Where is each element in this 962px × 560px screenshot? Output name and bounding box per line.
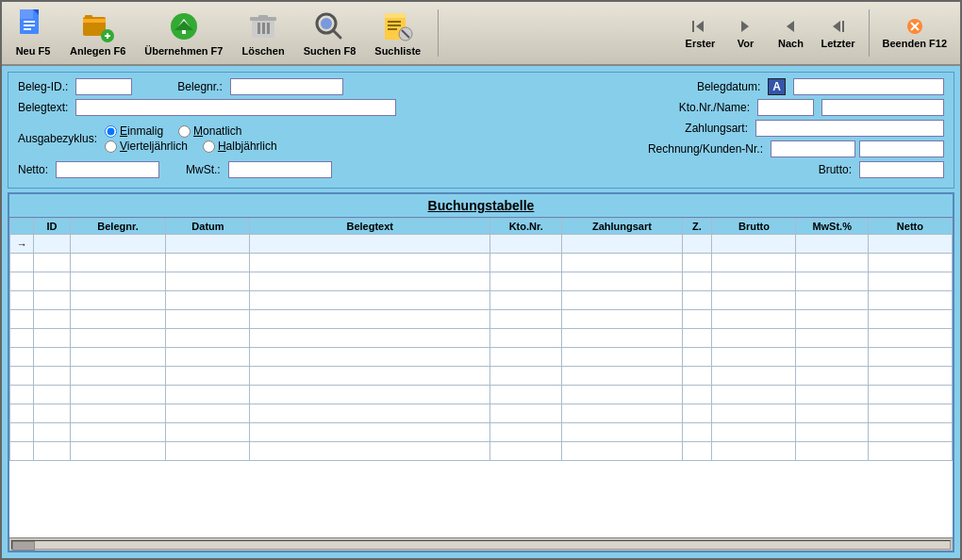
row-netto xyxy=(868,423,952,442)
belegnr-input[interactable] xyxy=(230,78,343,95)
horizontal-scrollbar[interactable] xyxy=(9,537,953,551)
table-row xyxy=(10,329,953,348)
kto-name-input[interactable] xyxy=(821,99,944,116)
new-icon xyxy=(16,9,50,43)
row-arrow: → xyxy=(10,235,34,254)
row-brutto xyxy=(712,442,796,461)
svg-rect-8 xyxy=(85,15,92,19)
svg-rect-1 xyxy=(20,9,33,19)
radio-vierteljaehrlich[interactable]: Vierteljährlich xyxy=(105,140,188,153)
beleg-id-label: Beleg-ID.: xyxy=(18,80,68,93)
next-icon xyxy=(781,17,800,36)
table-row xyxy=(10,272,953,291)
letzter-button[interactable]: Letzter xyxy=(815,15,860,51)
belegdatum-a-button[interactable]: A xyxy=(768,78,786,95)
row-belegtext xyxy=(250,348,490,367)
suchliste-icon xyxy=(381,9,415,43)
radio-einmalig[interactable]: Einmalig xyxy=(105,124,163,138)
radio-monatlich[interactable]: Monatlich xyxy=(178,124,241,138)
radio-vierteljaehrlich-input[interactable] xyxy=(105,140,117,153)
row-arrow xyxy=(10,272,34,291)
suchliste-button[interactable]: Suchliste xyxy=(369,8,426,58)
nach-button[interactable]: Nach xyxy=(770,15,811,51)
uebernehmen-button[interactable]: Übernehmen F7 xyxy=(139,8,228,58)
zahlungsart-row: Zahlungsart: xyxy=(648,120,944,137)
svg-line-23 xyxy=(333,30,340,38)
row-z xyxy=(682,291,712,310)
form-section: Beleg-ID.: Belegnr.: Belegdatum: A Beleg… xyxy=(8,72,954,189)
row-kto-nr xyxy=(490,254,562,272)
row-brutto xyxy=(712,235,796,254)
svg-rect-25 xyxy=(385,13,406,18)
row-brutto xyxy=(712,272,796,291)
brutto-input[interactable] xyxy=(859,161,944,178)
beleg-id-input[interactable] xyxy=(75,78,132,95)
vor-button[interactable]: Vor xyxy=(724,15,766,51)
form-row-3: Ausgabezyklus: Einmalig Monatlich xyxy=(18,120,944,157)
row-mwst xyxy=(796,329,868,348)
neu-button[interactable]: Neu F5 xyxy=(9,8,57,58)
radio-monatlich-input[interactable] xyxy=(178,125,191,138)
radio-halbjaehrlich-input[interactable] xyxy=(203,140,215,153)
suchen-button[interactable]: Suchen F8 xyxy=(298,8,362,58)
row-belegtext xyxy=(250,367,490,386)
row-z xyxy=(682,254,712,272)
row-zahlungsart xyxy=(562,272,682,291)
table-body: → xyxy=(10,235,953,461)
zahlungsart-input[interactable] xyxy=(755,120,944,137)
anlegen-button[interactable]: Anlegen F6 xyxy=(64,8,131,58)
radio-halbjaehrlich[interactable]: Halbjährlich xyxy=(203,140,277,153)
netto-input[interactable] xyxy=(56,161,159,178)
mwst-input[interactable] xyxy=(228,161,332,178)
row-belegtext xyxy=(250,404,490,423)
row-kto-nr xyxy=(490,423,562,442)
radio-monatlich-label: Monatlich xyxy=(193,124,241,138)
row-z xyxy=(682,235,712,254)
row-brutto xyxy=(712,329,796,348)
row-belegnr xyxy=(70,442,166,461)
scrollbar-thumb[interactable] xyxy=(12,541,35,551)
row-zahlungsart xyxy=(562,235,682,254)
col-kto-nr: Kto.Nr. xyxy=(490,219,562,235)
row-netto xyxy=(868,310,952,329)
rechnung-input-1[interactable] xyxy=(771,140,855,157)
beenden-button[interactable]: Beenden F12 xyxy=(877,15,953,51)
table-container[interactable]: ID Belegnr. Datum Belegtext Kto.Nr. Zahl… xyxy=(9,218,953,537)
row-netto xyxy=(868,404,952,423)
belegtext-input[interactable] xyxy=(75,99,396,116)
row-zahlungsart xyxy=(562,348,682,367)
col-zahlungsart: Zahlungsart xyxy=(562,219,682,235)
rechnung-input-2[interactable] xyxy=(859,140,944,157)
belegdatum-input[interactable] xyxy=(793,78,944,95)
toolbar: Neu F5 Anlegen F6 Übernehmen F7 xyxy=(2,2,960,66)
row-belegtext xyxy=(250,423,490,442)
row-brutto xyxy=(712,348,796,367)
row-z xyxy=(682,442,712,461)
kto-nr-input[interactable] xyxy=(757,99,814,116)
row-kto-nr xyxy=(490,404,562,423)
neu-label: Neu F5 xyxy=(16,45,51,57)
erster-button[interactable]: Erster xyxy=(679,15,721,51)
row-netto xyxy=(868,348,952,367)
svg-rect-7 xyxy=(83,19,106,23)
row-id xyxy=(34,404,70,423)
letzter-label: Letzter xyxy=(821,38,854,49)
row-kto-nr xyxy=(490,291,562,310)
row-arrow xyxy=(10,404,34,423)
col-datum: Datum xyxy=(166,219,250,235)
row-kto-nr xyxy=(490,235,562,254)
col-mwst: MwSt.% xyxy=(796,219,868,235)
row-datum xyxy=(166,310,250,329)
suchliste-label: Suchliste xyxy=(374,45,421,57)
row-kto-nr xyxy=(490,367,562,386)
row-mwst xyxy=(796,404,868,423)
radio-einmalig-input[interactable] xyxy=(105,125,117,138)
row-datum xyxy=(166,254,250,272)
row-id xyxy=(34,235,70,254)
row-datum xyxy=(166,348,250,367)
row-mwst xyxy=(796,272,868,291)
loeschen-button[interactable]: Löschen xyxy=(236,8,290,58)
beenden-label: Beenden F12 xyxy=(883,38,947,49)
scrollbar-track[interactable] xyxy=(11,540,951,550)
svg-rect-18 xyxy=(257,23,260,34)
